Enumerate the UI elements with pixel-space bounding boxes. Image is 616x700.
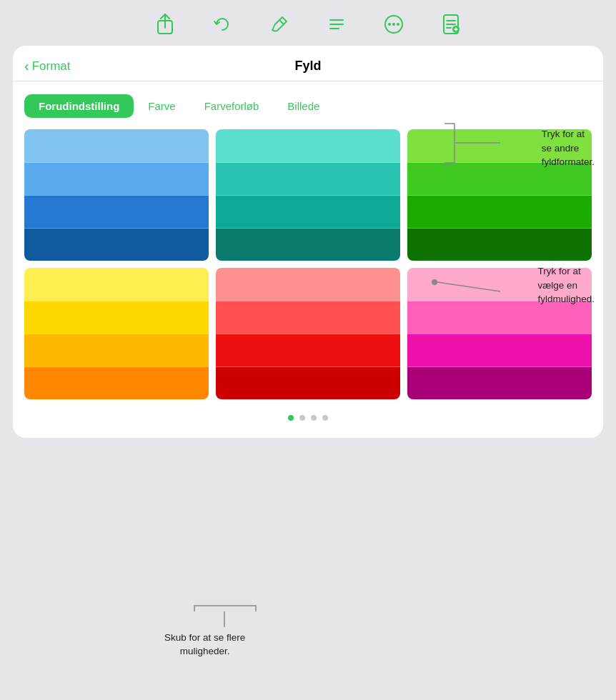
color-swatch[interactable]: [24, 366, 209, 399]
segment-control: Forudindstilling Farve Farveforløb Bille…: [13, 90, 603, 125]
svg-point-7: [388, 23, 391, 26]
page-dot-2[interactable]: [299, 415, 305, 421]
svg-point-8: [392, 23, 395, 26]
color-grid: [13, 125, 603, 411]
color-group-blues[interactable]: [24, 129, 209, 261]
callout-fill-option: Tryk for atvælge enfyldmulighed.: [537, 264, 595, 306]
page-dot-1[interactable]: [288, 415, 294, 421]
segment-preset[interactable]: Forudindstilling: [24, 94, 134, 118]
segment-gradient[interactable]: Farveforløb: [190, 94, 274, 118]
color-swatch[interactable]: [24, 268, 209, 301]
segment-color[interactable]: Farve: [134, 94, 189, 118]
svg-point-9: [397, 23, 399, 26]
color-swatch[interactable]: [216, 334, 400, 366]
color-swatch[interactable]: [216, 366, 400, 399]
brush-icon[interactable]: [268, 13, 291, 36]
color-swatch[interactable]: [24, 334, 209, 366]
color-swatch[interactable]: [216, 195, 400, 228]
color-swatch[interactable]: [407, 228, 592, 261]
fill-panel: ‹ Format Fyld Forudindstilling Farve Far…: [13, 46, 603, 438]
more-icon[interactable]: [382, 13, 405, 36]
page-dot-4[interactable]: [322, 415, 328, 421]
color-swatch[interactable]: [216, 162, 400, 195]
text-icon[interactable]: [325, 13, 348, 36]
color-group-reds[interactable]: [216, 268, 400, 399]
color-swatch[interactable]: [24, 228, 209, 261]
undo-icon[interactable]: [211, 13, 234, 36]
segment-image[interactable]: Billede: [273, 94, 334, 118]
color-swatch[interactable]: [24, 129, 209, 162]
color-swatch[interactable]: [216, 268, 400, 301]
color-group-teals[interactable]: [216, 129, 400, 261]
color-swatch[interactable]: [216, 228, 400, 261]
callout-swipe-more: Skub for at se fleremuligheder.: [164, 631, 245, 659]
color-swatch[interactable]: [24, 195, 209, 228]
svg-line-2: [279, 20, 284, 24]
back-button[interactable]: ‹ Format: [24, 59, 71, 74]
color-swatch[interactable]: [216, 301, 400, 334]
document-icon[interactable]: [439, 13, 462, 36]
back-chevron-icon: ‹: [24, 58, 29, 74]
share-icon[interactable]: [154, 13, 177, 36]
color-swatch[interactable]: [407, 366, 592, 399]
toolbar: [0, 0, 616, 46]
page-dot-3[interactable]: [311, 415, 317, 421]
color-swatch[interactable]: [407, 334, 592, 366]
color-group-yellows[interactable]: [24, 268, 209, 399]
panel-header: ‹ Format Fyld: [13, 46, 603, 81]
panel-title: Fyld: [294, 59, 321, 74]
callout-fill-formats: Tryk for atse andrefyldformater.: [542, 127, 595, 169]
color-swatch[interactable]: [407, 195, 592, 228]
page-dots: [13, 411, 603, 424]
back-label: Format: [32, 59, 71, 74]
color-swatch[interactable]: [24, 162, 209, 195]
color-swatch[interactable]: [24, 301, 209, 334]
color-swatch[interactable]: [216, 129, 400, 162]
